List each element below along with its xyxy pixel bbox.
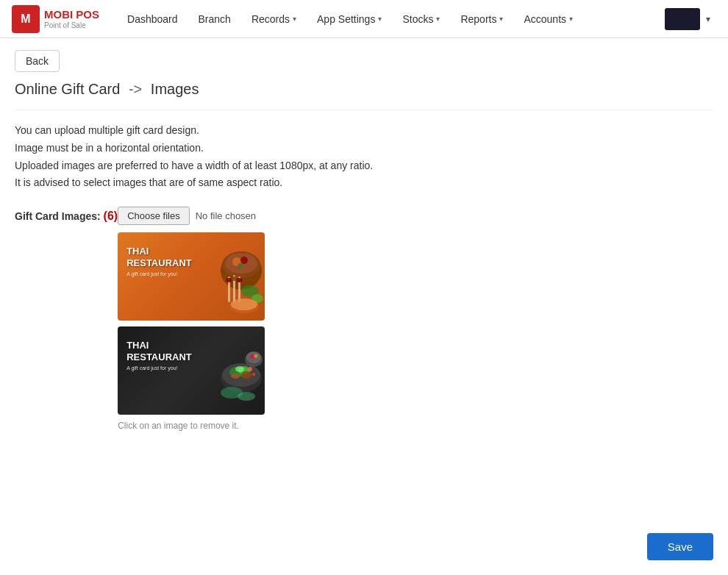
card-1-subtitle: A gift card just for you!	[126, 271, 192, 276]
click-hint: Click on an image to remove it.	[118, 421, 265, 431]
desc-line-2: Image must be in a horizontal orientatio…	[15, 140, 713, 157]
svg-point-28	[254, 354, 258, 358]
form-label: Gift Card Images:	[15, 207, 101, 222]
desc-line-3: Uploaded images are preferred to have a …	[15, 157, 713, 175]
label-col: Gift Card Images: (6)	[15, 207, 118, 223]
page-title: Online Gift Card -> Images	[15, 81, 713, 98]
page-title-sub: Images	[151, 81, 199, 97]
card-2-food-illustration	[191, 326, 265, 415]
nav-item-records[interactable]: Records ▾	[241, 0, 307, 38]
gift-card-image-1[interactable]: THAI RESTAURANT A gift card just for you…	[118, 232, 265, 321]
user-dropdown-button[interactable]: ▾	[700, 14, 716, 24]
images-col: Choose files No file chosen THAI RESTAUR…	[118, 207, 265, 431]
card-2-text: THAI RESTAURANT A gift card just for you…	[126, 340, 192, 371]
logo-subtitle: Point of Sale	[44, 21, 99, 30]
svg-point-21	[241, 371, 251, 379]
card-2-subtitle: A gift card just for you!	[126, 365, 192, 371]
svg-point-22	[231, 373, 240, 379]
logo-letter: M	[21, 12, 30, 26]
logo-area: M MOBI POS Point of Sale	[12, 5, 99, 33]
user-color-box	[665, 8, 700, 30]
desc-line-1: You can upload multiple gift card design…	[15, 122, 713, 140]
appsettings-chevron-icon: ▾	[378, 15, 382, 23]
stocks-chevron-icon: ▾	[436, 15, 440, 23]
gift-card-images-row: Gift Card Images: (6) Choose files No fi…	[15, 207, 713, 431]
accounts-chevron-icon: ▾	[569, 15, 573, 23]
nav-links: Dashboard Branch Records ▾ App Settings …	[117, 0, 665, 38]
logo-icon: M	[12, 5, 40, 33]
no-file-text: No file chosen	[196, 210, 256, 221]
records-chevron-icon: ▾	[293, 15, 296, 23]
reports-chevron-icon: ▾	[499, 15, 503, 23]
page-title-main: Online Gift Card	[15, 81, 120, 97]
svg-point-10	[232, 276, 238, 281]
svg-point-23	[248, 367, 252, 371]
svg-point-9	[226, 278, 232, 282]
card-1-text: THAI RESTAURANT A gift card just for you…	[126, 246, 192, 276]
card-1-title-line2: RESTAURANT	[126, 257, 192, 269]
title-arrow: ->	[129, 81, 142, 97]
count-badge: (6)	[104, 210, 118, 222]
card-2-title-line2: RESTAURANT	[126, 351, 192, 363]
svg-point-24	[252, 373, 255, 376]
section-divider	[15, 110, 713, 110]
nav-item-stocks[interactable]: Stocks ▾	[392, 0, 450, 38]
main-content: Back Online Gift Card -> Images You can …	[0, 38, 728, 443]
card-1-food-illustration	[191, 232, 265, 321]
logo-title: MOBI POS	[44, 8, 99, 21]
svg-point-11	[237, 278, 243, 282]
choose-files-button[interactable]: Choose files	[118, 207, 190, 225]
nav-item-accounts[interactable]: Accounts ▾	[513, 0, 583, 38]
svg-point-2	[225, 253, 257, 274]
svg-point-20	[235, 366, 244, 372]
description-block: You can upload multiple gift card design…	[15, 122, 713, 192]
card-2-title-line1: THAI	[126, 340, 192, 351]
gift-card-image-2[interactable]: THAI RESTAURANT A gift card just for you…	[118, 326, 265, 415]
file-input-area: Choose files No file chosen	[118, 207, 265, 225]
svg-point-27	[250, 354, 254, 359]
card-1-title-line1: THAI	[126, 246, 192, 257]
svg-point-4	[240, 257, 248, 264]
nav-item-dashboard[interactable]: Dashboard	[117, 0, 188, 38]
nav-item-reports[interactable]: Reports ▾	[450, 0, 513, 38]
desc-line-4: It is advised to select images that are …	[15, 174, 713, 192]
nav-item-branch[interactable]: Branch	[188, 0, 241, 38]
nav-item-appsettings[interactable]: App Settings ▾	[307, 0, 392, 38]
nav-user-area: ▾	[665, 8, 716, 30]
back-button[interactable]: Back	[15, 50, 60, 72]
svg-point-5	[238, 263, 243, 269]
svg-point-15	[231, 299, 257, 310]
navbar: M MOBI POS Point of Sale Dashboard Branc…	[0, 0, 728, 38]
logo-text: MOBI POS Point of Sale	[44, 8, 99, 30]
svg-point-30	[238, 392, 255, 401]
